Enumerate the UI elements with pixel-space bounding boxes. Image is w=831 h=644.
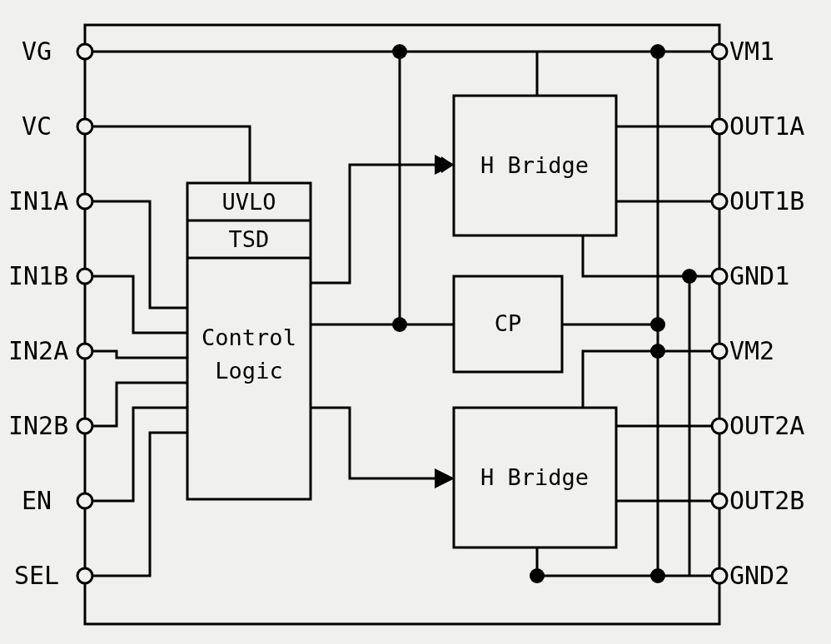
hbridge1-label: H Bridge (480, 152, 589, 178)
pin-sel (77, 568, 92, 583)
pin-vc (77, 119, 92, 134)
pin-label-in2b: IN2B (8, 411, 68, 440)
pin-out1a (712, 119, 727, 134)
pin-label-out2a: OUT2A (729, 411, 804, 440)
pin-out2a (712, 419, 727, 433)
pin-label-vg: VG (22, 37, 52, 66)
pin-label-out2b: OUT2B (729, 486, 804, 515)
node-gnd2-b (650, 568, 665, 583)
node-gnd2-a (530, 568, 545, 583)
pin-out1b (712, 194, 727, 209)
pin-label-out1a: OUT1A (729, 111, 804, 141)
node-cp-right (650, 317, 665, 332)
cp-label: CP (495, 310, 522, 336)
pin-gnd2 (712, 568, 727, 583)
pin-label-sel: SEL (14, 561, 59, 590)
pin-en (77, 493, 92, 508)
tsd-label: TSD (229, 226, 270, 252)
pin-label-gnd1: GND1 (729, 261, 789, 290)
pin-label-out1b: OUT1B (729, 186, 804, 215)
uvlo-label: UVLO (221, 189, 276, 215)
pin-label-gnd2: GND2 (729, 561, 789, 590)
pin-vg (77, 44, 92, 59)
pin-out2b (712, 493, 727, 508)
pin-in2b (77, 419, 92, 433)
pin-label-vc: VC (22, 111, 52, 141)
pin-label-vm2: VM2 (729, 336, 774, 365)
pin-in1a (77, 194, 92, 209)
pin-label-vm1: VM1 (729, 37, 774, 66)
pin-label-in2a: IN2A (8, 336, 68, 365)
hbridge2-label: H Bridge (480, 464, 589, 490)
control-label: Control (202, 324, 296, 350)
pin-vm1 (712, 44, 727, 59)
pin-vm2 (712, 344, 727, 359)
pin-label-in1b: IN1B (8, 261, 68, 290)
node-vm2 (650, 344, 665, 359)
pin-label-en: EN (22, 486, 52, 515)
pin-in1b (77, 269, 92, 284)
node-vg-1 (392, 44, 407, 59)
node-cp-left (392, 317, 407, 332)
pin-label-in1a: IN1A (8, 186, 68, 215)
block-diagram: VG VC IN1A IN1B IN2A IN2B EN SEL VM1 OUT… (0, 0, 831, 644)
node-gnd1 (682, 269, 697, 284)
pin-in2a (77, 344, 92, 359)
node-vg-2 (650, 44, 665, 59)
pin-gnd1 (712, 269, 727, 284)
logic-label: Logic (215, 358, 282, 384)
